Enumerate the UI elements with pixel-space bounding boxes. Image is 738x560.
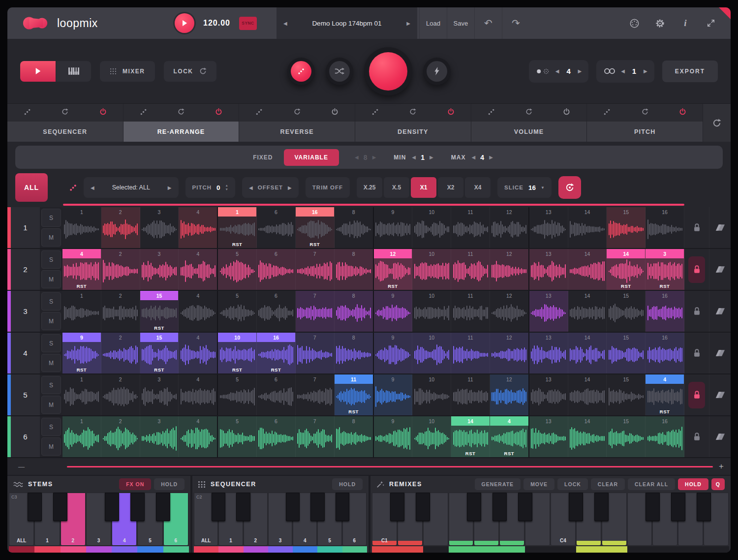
- solo-button[interactable]: S: [41, 418, 61, 436]
- piano-key-black[interactable]: [594, 493, 609, 521]
- waveform-cell[interactable]: 12: [490, 249, 529, 290]
- piano-key-black[interactable]: [105, 493, 119, 521]
- piano-key-black[interactable]: [130, 493, 145, 521]
- refresh-icon[interactable]: [294, 108, 301, 117]
- waveform-cell[interactable]: 7: [296, 374, 335, 415]
- module-label[interactable]: SEQUENCER: [7, 122, 123, 142]
- pattern-dots-icon[interactable]: [372, 108, 378, 117]
- waveform-cell[interactable]: 2: [101, 207, 140, 248]
- piano-key-black[interactable]: [390, 493, 404, 521]
- mixer-button[interactable]: MIXER: [100, 61, 155, 82]
- selected-dropdown[interactable]: ◀ Selected: ALL ▶: [84, 177, 179, 198]
- waveform-cell[interactable]: 9: [374, 333, 413, 373]
- waveform-cell[interactable]: 11: [451, 333, 490, 373]
- waveform-cell[interactable]: 10: [412, 416, 451, 457]
- stems-hold-button[interactable]: HOLD: [154, 478, 184, 490]
- piano-key-black[interactable]: [336, 493, 349, 521]
- loop-view-button[interactable]: [20, 61, 56, 82]
- offset-next-button[interactable]: ▶: [288, 185, 292, 190]
- midi-icon[interactable]: [621, 7, 647, 39]
- waveform-cell[interactable]: 12: [490, 291, 529, 332]
- preset-next-button[interactable]: ▶: [406, 21, 410, 26]
- waveform-cell[interactable]: 1: [62, 374, 101, 415]
- rate-button-x5[interactable]: X.5: [384, 177, 409, 198]
- power-icon[interactable]: [100, 108, 106, 117]
- module-label[interactable]: RE-ARRANGE: [123, 122, 239, 142]
- waveform-cell[interactable]: 11: [451, 207, 490, 248]
- module-label[interactable]: DENSITY: [355, 122, 471, 142]
- module-label[interactable]: VOLUME: [471, 122, 587, 142]
- global-lock-button[interactable]: LOCK: [164, 61, 216, 82]
- select-all-button[interactable]: ALL: [15, 173, 48, 202]
- waveform-cell[interactable]: 13: [529, 291, 568, 332]
- waveform-cell[interactable]: 15: [607, 333, 646, 373]
- mute-button[interactable]: M: [41, 354, 61, 372]
- sync-button[interactable]: SYNC: [239, 17, 257, 30]
- variation-next-button[interactable]: ▶: [578, 68, 582, 74]
- pattern-dots-icon[interactable]: [24, 108, 31, 117]
- track-lock-button[interactable]: [688, 215, 705, 241]
- waveform-cell[interactable]: 15: [607, 207, 646, 248]
- mute-button[interactable]: M: [41, 312, 61, 330]
- waveform-cell[interactable]: 14RST: [607, 249, 646, 290]
- waveform-cell[interactable]: 7: [296, 291, 335, 332]
- waveform-cell[interactable]: 10: [412, 291, 451, 332]
- waveform-cell[interactable]: 1: [62, 291, 101, 332]
- selected-next-button[interactable]: ▶: [168, 185, 172, 190]
- clear-all-button[interactable]: CLEAR ALL: [628, 478, 675, 490]
- refresh-icon[interactable]: [62, 108, 68, 117]
- power-icon[interactable]: [448, 108, 454, 117]
- power-icon[interactable]: [679, 108, 686, 117]
- settings-gear-icon[interactable]: [647, 7, 673, 39]
- power-icon[interactable]: [215, 108, 222, 117]
- waveform-cell[interactable]: 14: [568, 416, 607, 457]
- fx-on-button[interactable]: FX ON: [119, 478, 151, 490]
- module-tab-rearrange[interactable]: RE-ARRANGE: [123, 104, 240, 142]
- rate-button-x25[interactable]: X.25: [357, 177, 382, 198]
- waveform-cell[interactable]: 7: [296, 416, 335, 457]
- variable-mode-button[interactable]: VARIABLE: [284, 149, 339, 166]
- waveform-cell[interactable]: 10: [412, 249, 451, 290]
- waveform-cell[interactable]: 16: [646, 416, 684, 457]
- waveform-cell[interactable]: 1: [62, 207, 101, 248]
- track-lock-button[interactable]: [688, 298, 705, 325]
- waveform-cell[interactable]: 5: [218, 291, 257, 332]
- rate-button-x2[interactable]: X2: [438, 177, 463, 198]
- slice-control[interactable]: SLICE 16 ▼: [497, 177, 552, 198]
- waveform-cell[interactable]: 10: [412, 207, 451, 248]
- waveform-cell[interactable]: 14: [568, 374, 607, 415]
- remixes-hold-button[interactable]: HOLD: [678, 478, 708, 490]
- module-label[interactable]: REVERSE: [239, 122, 355, 142]
- piano-key-black[interactable]: [492, 493, 507, 521]
- save-button[interactable]: Save: [447, 7, 474, 39]
- variation-prev-button[interactable]: ◀: [555, 68, 559, 74]
- waveform-cell[interactable]: 9: [374, 291, 413, 332]
- selected-prev-button[interactable]: ◀: [91, 185, 94, 190]
- zoom-out-button[interactable]: —: [18, 463, 25, 470]
- pattern-dots-icon[interactable]: [256, 108, 262, 117]
- waveform-cell[interactable]: 4RST: [62, 249, 101, 290]
- max-next[interactable]: ▶: [486, 155, 496, 160]
- track-number[interactable]: 4: [7, 333, 40, 373]
- waveform-cell[interactable]: 14: [568, 249, 607, 290]
- module-tab-density[interactable]: DENSITY: [355, 104, 471, 142]
- waveform-cell[interactable]: 15: [607, 374, 646, 415]
- module-tab-volume[interactable]: VOLUME: [471, 104, 587, 142]
- min-next[interactable]: ▶: [427, 155, 436, 160]
- waveform-cell[interactable]: 8: [335, 249, 374, 290]
- piano-key-black[interactable]: [569, 493, 583, 521]
- load-button[interactable]: Load: [419, 7, 447, 39]
- preset-prev-button[interactable]: ◀: [283, 21, 287, 26]
- waveform-cell[interactable]: 12: [490, 374, 529, 415]
- waveform-cell[interactable]: 16RST: [257, 333, 296, 373]
- rearrange-roll-button[interactable]: [558, 176, 581, 199]
- piano-key-black[interactable]: [671, 493, 685, 521]
- waveform-cell[interactable]: 4: [179, 416, 218, 457]
- waveform-cell[interactable]: 2: [101, 374, 140, 415]
- power-icon[interactable]: [332, 108, 338, 117]
- track-erase-button[interactable]: [716, 224, 725, 231]
- waveform-cell[interactable]: 13: [529, 374, 568, 415]
- waveform-cell[interactable]: 10RST: [218, 333, 257, 373]
- pattern-dots-icon[interactable]: [488, 108, 494, 117]
- waveform-cell[interactable]: 13: [529, 207, 568, 248]
